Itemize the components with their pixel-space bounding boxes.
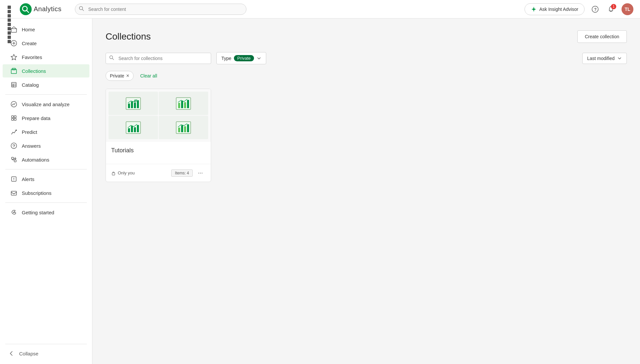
prepare-icon <box>11 115 17 121</box>
sidebar-item-home[interactable]: Home <box>3 23 89 36</box>
more-options-button[interactable]: ··· <box>195 168 206 178</box>
items-count-badge: Items: 4 <box>171 169 193 177</box>
subscriptions-icon <box>11 190 17 196</box>
sidebar-item-answers-label: Answers <box>22 143 41 149</box>
svg-line-4 <box>82 9 83 11</box>
app-switcher-icon[interactable] <box>7 5 16 14</box>
getting-started-icon <box>11 209 17 216</box>
sidebar-item-home-label: Home <box>22 27 35 32</box>
svg-rect-55 <box>187 124 189 132</box>
svg-rect-50 <box>137 125 139 132</box>
sidebar-divider-2 <box>5 169 87 169</box>
svg-rect-44 <box>184 102 186 108</box>
topbar-left: Analytics <box>7 3 62 15</box>
logo[interactable]: Analytics <box>20 3 62 15</box>
alerts-icon <box>11 176 17 182</box>
svg-point-23 <box>16 130 17 131</box>
sort-dropdown[interactable]: Last modified <box>582 53 627 64</box>
svg-rect-14 <box>12 82 16 87</box>
sidebar-collapse-label: Collapse <box>19 351 38 356</box>
global-search-icon <box>79 6 84 13</box>
chart-icon-4 <box>176 121 191 134</box>
active-filters: Private × Clear all <box>106 71 627 81</box>
private-filter-tag[interactable]: Private × <box>106 71 134 81</box>
type-filter[interactable]: Type Private <box>216 52 266 64</box>
search-collections-input[interactable] <box>106 53 211 64</box>
sidebar-item-favorites[interactable]: Favorites <box>3 50 89 64</box>
global-search-input[interactable] <box>75 4 246 15</box>
chart-icon-1 <box>125 97 141 110</box>
svg-rect-53 <box>181 125 183 132</box>
sidebar-item-predict[interactable]: Predict <box>3 125 89 138</box>
help-button[interactable]: ? <box>590 4 600 15</box>
sidebar-item-getting-started-label: Getting started <box>22 210 54 215</box>
sidebar-item-subscriptions-label: Subscriptions <box>22 190 51 196</box>
insight-advisor-button[interactable]: Ask Insight Advisor <box>525 3 585 15</box>
svg-text:?: ? <box>594 7 596 12</box>
collection-card-tutorials[interactable]: Tutorials Only you Items: 4 ··· <box>106 89 211 182</box>
type-filter-value: Private <box>234 55 254 61</box>
thumbnail-3 <box>109 116 158 139</box>
automations-icon <box>11 156 17 163</box>
svg-rect-37 <box>131 102 133 108</box>
private-filter-label: Private <box>110 73 124 78</box>
svg-point-30 <box>14 180 14 181</box>
page-title: Collections <box>106 31 151 42</box>
card-title: Tutorials <box>111 147 206 154</box>
sidebar-item-answers[interactable]: Answers <box>3 139 89 152</box>
card-actions: Items: 4 ··· <box>171 168 206 178</box>
predict-icon <box>11 129 17 135</box>
svg-point-24 <box>11 143 17 149</box>
svg-rect-48 <box>131 126 133 132</box>
collections-search <box>106 53 211 64</box>
sidebar-collapse-button[interactable]: Collapse <box>0 347 92 360</box>
insight-advisor-label: Ask Insight Advisor <box>539 7 578 12</box>
sidebar-item-automations-label: Automations <box>22 157 49 163</box>
filters-row: Type Private Last modified <box>106 52 627 64</box>
svg-rect-39 <box>137 100 139 108</box>
clear-all-button[interactable]: Clear all <box>138 72 160 80</box>
svg-rect-21 <box>12 118 14 120</box>
sidebar-divider-1 <box>5 94 87 95</box>
collapse-icon <box>8 350 15 357</box>
sidebar-item-alerts-label: Alerts <box>22 176 34 182</box>
svg-rect-52 <box>178 128 180 132</box>
sidebar-item-predict-label: Predict <box>22 129 37 135</box>
global-search <box>75 4 246 15</box>
sidebar-item-collections[interactable]: Collections <box>3 64 89 77</box>
notification-badge: 1 <box>611 4 616 9</box>
sidebar-item-create[interactable]: Create <box>3 37 89 50</box>
create-collection-button[interactable]: Create collection <box>577 30 627 43</box>
svg-rect-36 <box>128 104 130 108</box>
svg-rect-26 <box>12 157 14 159</box>
sort-chevron-icon <box>617 56 622 61</box>
sidebar: Home Create Favorites Collections Catalo… <box>0 18 92 364</box>
main-content: Collections Create collection Type Priva… <box>92 18 640 364</box>
svg-rect-54 <box>184 126 186 132</box>
thumbnail-4 <box>159 116 208 139</box>
logo-text: Analytics <box>34 5 62 13</box>
thumbnail-1 <box>109 92 158 115</box>
topbar: Analytics Ask Insight Advisor ? 1 TL <box>0 0 640 18</box>
remove-filter-icon[interactable]: × <box>126 73 129 78</box>
svg-line-34 <box>112 58 114 60</box>
sidebar-item-automations[interactable]: Automations <box>3 153 89 166</box>
sidebar-item-visualize[interactable]: Visualize and analyze <box>3 98 89 111</box>
home-icon <box>11 26 17 33</box>
svg-rect-43 <box>181 101 183 108</box>
answers-icon <box>11 142 17 149</box>
chart-icon-3 <box>125 121 141 134</box>
notifications-button[interactable]: 1 <box>606 4 616 15</box>
sidebar-divider-bottom <box>5 344 87 344</box>
page-header: Collections Create collection <box>106 30 627 43</box>
sidebar-item-getting-started[interactable]: Getting started <box>3 206 89 219</box>
sidebar-item-subscriptions[interactable]: Subscriptions <box>3 186 89 199</box>
card-thumbnails <box>106 89 211 142</box>
svg-rect-20 <box>14 116 16 118</box>
sidebar-item-alerts[interactable]: Alerts <box>3 172 89 186</box>
sidebar-item-prepare[interactable]: Prepare data <box>3 111 89 125</box>
sidebar-item-catalog[interactable]: Catalog <box>3 78 89 91</box>
sidebar-divider-3 <box>5 202 87 203</box>
svg-rect-47 <box>128 128 130 132</box>
avatar[interactable]: TL <box>622 3 633 15</box>
